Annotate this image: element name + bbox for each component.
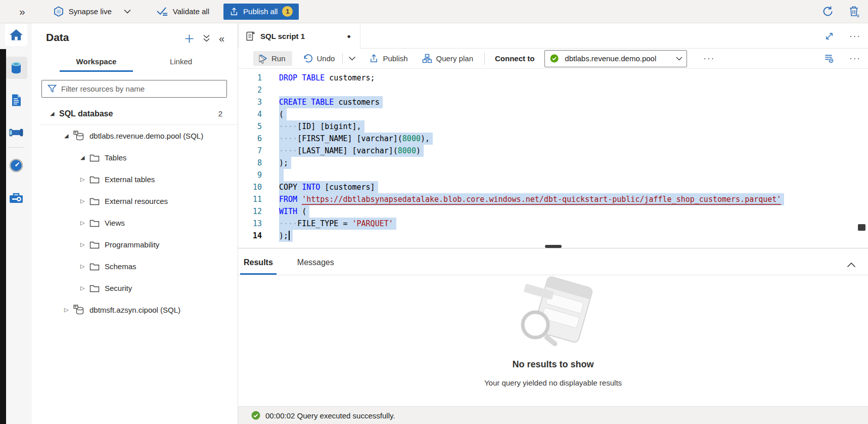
triangle-expanded-icon[interactable]: ◢ bbox=[64, 133, 73, 139]
rail-divider bbox=[9, 147, 24, 148]
sql-pool-icon bbox=[73, 131, 84, 141]
connect-to-label: Connect to bbox=[495, 54, 534, 63]
code-line[interactable]: 13····FILE_TYPE = 'PARQUET' bbox=[238, 218, 868, 230]
tab-results[interactable]: Results bbox=[240, 258, 277, 275]
tab-linked[interactable]: Linked bbox=[153, 54, 209, 72]
no-results-illustration bbox=[500, 275, 606, 352]
top-command-bar: » Synapse live Validate all Publish all bbox=[0, 0, 868, 23]
code-line[interactable]: 12WITH ( bbox=[238, 205, 868, 218]
tab-more-icon[interactable]: ··· bbox=[849, 32, 861, 40]
toolbox-icon bbox=[8, 190, 25, 206]
line-number: 8 bbox=[238, 157, 268, 169]
empty-results-title: No results to show bbox=[512, 359, 593, 370]
undo-dropdown-chevron-icon[interactable] bbox=[348, 56, 356, 61]
sql-code-editor[interactable]: 1DROP TABLE customers;23CREATE TABLE cus… bbox=[238, 69, 868, 248]
undo-button[interactable]: Undo bbox=[303, 54, 335, 63]
unsaved-dot-icon: ● bbox=[347, 32, 351, 40]
triangle-collapsed-icon[interactable]: ▷ bbox=[64, 307, 73, 313]
triangle-collapsed-icon[interactable]: ▷ bbox=[80, 241, 89, 248]
screen-edge-strip bbox=[0, 49, 6, 424]
tab-messages[interactable]: Messages bbox=[294, 258, 338, 275]
code-line[interactable]: 4( bbox=[238, 108, 868, 120]
chevron-down-icon[interactable] bbox=[124, 9, 131, 14]
triangle-expanded-icon[interactable]: ◢ bbox=[80, 154, 89, 161]
tab-workspace[interactable]: Workspace bbox=[60, 54, 133, 72]
tab-sql-script-1[interactable]: SQL script 1 ● bbox=[238, 23, 360, 49]
tree-item-tables[interactable]: ◢ Tables bbox=[32, 147, 238, 168]
code-text: ····[LAST_NAME] [varchar](8000) bbox=[279, 145, 424, 157]
code-line[interactable]: 5····[ID] [bigint], bbox=[238, 120, 868, 133]
nav-develop[interactable] bbox=[5, 89, 27, 111]
triangle-collapsed-icon[interactable]: ▷ bbox=[80, 285, 89, 291]
publish-button[interactable]: Publish bbox=[369, 54, 407, 63]
triangle-collapsed-icon[interactable]: ▷ bbox=[80, 263, 89, 270]
expand-all-button[interactable] bbox=[202, 34, 211, 43]
view-settings-icon[interactable] bbox=[824, 53, 834, 64]
publish-all-button[interactable]: Publish all 1 bbox=[223, 4, 299, 20]
tree-item-external-tables[interactable]: ▷ External tables bbox=[32, 168, 238, 190]
code-line[interactable]: 14); bbox=[238, 230, 868, 242]
tree-item-views[interactable]: ▷ Views bbox=[32, 212, 238, 234]
line-number: 10 bbox=[238, 181, 268, 193]
code-text: ( bbox=[279, 108, 287, 120]
database-icon bbox=[8, 60, 24, 76]
code-line[interactable]: 11FROM 'https://dbtlabsynapsedatalake.bl… bbox=[238, 193, 868, 205]
triangle-expanded-icon[interactable]: ◢ bbox=[50, 110, 59, 117]
tree-item-external-resources[interactable]: ▷ External resources bbox=[32, 190, 238, 212]
upload-icon bbox=[230, 7, 239, 16]
pool-select-dropdown[interactable]: dbtlabs.revenue.demo.pool bbox=[544, 50, 687, 67]
plus-icon bbox=[185, 34, 194, 44]
nav-data[interactable] bbox=[5, 57, 27, 79]
code-line[interactable]: 3CREATE TABLE customers bbox=[238, 96, 868, 108]
connected-status-icon bbox=[550, 54, 559, 63]
folder-icon bbox=[89, 197, 100, 205]
triangle-collapsed-icon[interactable]: ▷ bbox=[80, 220, 89, 226]
code-line[interactable]: 6····[FIRST_NAME] [varchar](8000), bbox=[238, 133, 868, 145]
collapse-panel-icon[interactable]: « bbox=[219, 33, 224, 44]
trash-icon[interactable] bbox=[849, 6, 860, 18]
code-text: FROM 'https://dbtlabsynapsedatalake.blob… bbox=[279, 193, 784, 205]
collapse-results-chevron-up-icon[interactable] bbox=[847, 262, 856, 268]
code-line[interactable]: 1DROP TABLE customers; bbox=[238, 72, 868, 84]
validate-all-button[interactable]: Validate all bbox=[156, 7, 209, 17]
selected-pool-name: dbtlabs.revenue.demo.pool bbox=[565, 54, 656, 63]
tree-item-dbtmsft-pool[interactable]: ▷ dbtmsft.azsyn.cipool (SQL) bbox=[32, 299, 238, 321]
sql-pool-icon bbox=[73, 305, 84, 315]
run-button[interactable]: Run bbox=[253, 51, 292, 66]
nav-manage[interactable] bbox=[5, 187, 27, 209]
query-plan-button[interactable]: Query plan bbox=[422, 54, 473, 63]
tree-item-dbtlabs-pool[interactable]: ◢ dbtlabs.revenue.demo.pool (SQL) bbox=[32, 125, 238, 147]
code-line[interactable]: 9 bbox=[238, 169, 868, 181]
code-text: DROP TABLE customers; bbox=[279, 72, 375, 84]
filter-resources-input[interactable] bbox=[61, 84, 222, 93]
expand-editor-icon[interactable] bbox=[825, 31, 834, 41]
add-resource-button[interactable] bbox=[185, 34, 194, 44]
expand-left-panel-icon[interactable]: » bbox=[19, 6, 25, 17]
editor-more-icon[interactable]: ··· bbox=[849, 54, 861, 63]
code-line[interactable]: 8); bbox=[238, 157, 868, 169]
code-line[interactable]: 10COPY INTO [customers] bbox=[238, 181, 868, 193]
vertical-scrollbar-thumb[interactable] bbox=[858, 224, 865, 231]
nav-monitor[interactable] bbox=[5, 154, 27, 177]
toolbar-more-icon[interactable]: ··· bbox=[703, 54, 715, 63]
tree-item-security[interactable]: ▷ Security bbox=[32, 277, 238, 299]
refresh-icon[interactable] bbox=[822, 6, 834, 17]
nav-integrate[interactable] bbox=[5, 121, 27, 144]
tab-title: SQL script 1 bbox=[260, 32, 305, 40]
validate-check-icon bbox=[156, 7, 168, 17]
data-panel: Data « Workspace Linked bbox=[32, 23, 238, 424]
code-line[interactable]: 2 bbox=[238, 84, 868, 96]
nav-home[interactable] bbox=[5, 24, 27, 46]
tree-item-sql-database[interactable]: ◢ SQL database 2 bbox=[32, 103, 238, 124]
git-mode-selector[interactable]: Synapse live bbox=[53, 6, 112, 17]
toolbar-separator bbox=[342, 54, 343, 64]
editor-pane: SQL script 1 ● ··· Run bbox=[238, 23, 868, 424]
code-line[interactable]: 7····[LAST_NAME] [varchar](8000) bbox=[238, 145, 868, 157]
triangle-collapsed-icon[interactable]: ▷ bbox=[80, 198, 89, 204]
triangle-collapsed-icon[interactable]: ▷ bbox=[80, 176, 89, 183]
tree-item-programmability[interactable]: ▷ Programmability bbox=[32, 234, 238, 256]
line-number: 3 bbox=[238, 96, 268, 108]
tree-item-schemas[interactable]: ▷ Schemas bbox=[32, 256, 238, 277]
data-panel-title: Data bbox=[46, 31, 69, 44]
undo-label: Undo bbox=[317, 54, 335, 63]
